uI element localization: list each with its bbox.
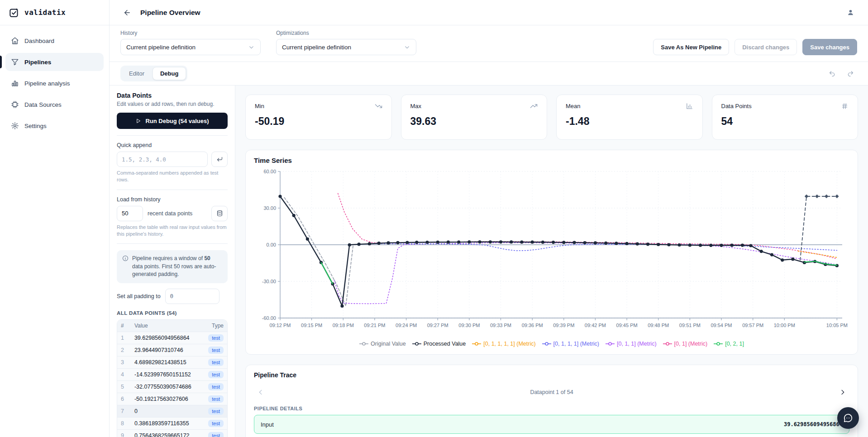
undo-button[interactable] — [825, 67, 839, 81]
stat-card-mean: Mean -1.48 — [556, 95, 703, 140]
database-icon — [216, 210, 223, 217]
history-select[interactable]: Current pipeline definition — [120, 39, 261, 55]
svg-text:10:05 PM: 10:05 PM — [826, 323, 848, 328]
svg-text:09:51 PM: 09:51 PM — [679, 323, 701, 328]
table-row: 3 4.689829821438515 test — [117, 356, 227, 368]
stat-value: 39.63 — [410, 115, 538, 128]
previous-datapoint-button[interactable] — [254, 385, 267, 399]
row-index: 8 — [117, 417, 131, 429]
col-index: # — [117, 320, 131, 332]
save-changes-button[interactable]: Save changes — [802, 39, 857, 55]
row-value[interactable]: 4.689829821438515 — [131, 356, 205, 368]
sidebar-item-label: Data Sources — [24, 101, 62, 108]
home-icon — [11, 37, 19, 45]
row-value[interactable]: 0.3861893597116355 — [131, 417, 205, 429]
run-debug-button[interactable]: Run Debug (54 values) — [117, 113, 228, 129]
legend-marker-icon — [472, 342, 481, 346]
sidebar-item-pipeline-analysis[interactable]: Pipeline analysis — [5, 74, 104, 92]
optimizations-select[interactable]: Current pipeline definition — [276, 39, 416, 55]
panel-title: Data Points — [117, 92, 228, 99]
load-history-hint: Replaces the table with real raw input v… — [117, 224, 228, 238]
legend-marker-icon — [412, 342, 421, 346]
append-values-button[interactable] — [211, 152, 228, 167]
trace-step-input[interactable]: Input 39.629856094956864 — [254, 415, 849, 434]
load-history-label: Load from history — [117, 196, 228, 203]
history-select-value: Current pipeline definition — [126, 44, 196, 51]
col-type: Type — [205, 320, 227, 332]
legend-label: [0, 1, 1, 1] (Metric) — [553, 341, 599, 347]
stat-card-max: Max 39.63 — [401, 95, 548, 140]
chart-title: Time Series — [254, 157, 849, 164]
chevron-down-icon — [248, 44, 255, 51]
logo: validatix — [0, 0, 109, 25]
set-padding-label: Set all padding to — [117, 293, 161, 299]
redo-icon — [847, 70, 854, 77]
app-name: validatix — [24, 8, 66, 17]
row-index: 9 — [117, 429, 131, 437]
stat-value: -1.48 — [566, 115, 693, 128]
row-index: 7 — [117, 405, 131, 417]
svg-text:09:15 PM: 09:15 PM — [301, 323, 322, 328]
chat-fab-button[interactable] — [837, 407, 859, 429]
svg-text:10:00 PM: 10:00 PM — [774, 323, 795, 328]
tab-editor[interactable]: Editor — [122, 67, 152, 80]
svg-text:09:54 PM: 09:54 PM — [711, 323, 732, 328]
arrow-left-icon — [123, 9, 131, 17]
user-menu-button[interactable] — [844, 6, 857, 19]
row-value[interactable]: 0.7564368259665172 — [131, 429, 205, 437]
view-tab-group: Editor Debug — [120, 66, 187, 81]
history-count-input[interactable] — [117, 206, 143, 221]
legend-item: [0, 1, 1] (Metric) — [606, 341, 657, 347]
quick-append-input[interactable] — [117, 152, 208, 167]
svg-text:09:39 PM: 09:39 PM — [553, 323, 574, 328]
tab-debug[interactable]: Debug — [153, 67, 186, 80]
back-button[interactable] — [120, 6, 134, 19]
type-badge: test — [208, 420, 224, 427]
sidebar-item-dashboard[interactable]: Dashboard — [5, 32, 104, 50]
chat-bubble-icon — [843, 413, 853, 423]
svg-text:09:12 PM: 09:12 PM — [269, 323, 291, 328]
stat-card-data-points: Data Points 54 — [712, 95, 858, 140]
table-row: 6 -50.19217563027606 test — [117, 393, 227, 405]
sidebar-item-settings[interactable]: Settings — [5, 117, 104, 135]
load-history-button[interactable] — [211, 206, 228, 221]
discard-changes-button[interactable]: Discard changes — [734, 39, 797, 55]
trace-step-value: 39.629856094956864 — [784, 421, 843, 428]
info-icon — [122, 255, 129, 261]
sidebar-item-pipelines[interactable]: Pipelines — [5, 53, 104, 71]
pipeline-controls: History Current pipeline definition Opti… — [110, 25, 868, 62]
divider — [117, 243, 228, 244]
sidebar-nav: DashboardPipelinesPipeline analysisData … — [0, 25, 109, 141]
svg-text:09:42 PM: 09:42 PM — [585, 323, 606, 328]
next-datapoint-button[interactable] — [836, 385, 849, 399]
trace-title: Pipeline Trace — [254, 371, 849, 379]
divider — [117, 135, 228, 136]
row-value[interactable]: -14.523997650151152 — [131, 368, 205, 380]
save-as-new-pipeline-button[interactable]: Save As New Pipeline — [653, 39, 729, 55]
stat-label: Data Points — [721, 103, 752, 109]
stat-label: Min — [255, 103, 264, 109]
svg-text:09:24 PM: 09:24 PM — [396, 323, 417, 328]
play-icon — [135, 118, 141, 124]
legend-item: [0, 1, 1, 1] (Metric) — [542, 341, 599, 347]
row-value[interactable]: 0 — [131, 405, 205, 417]
type-badge: test — [208, 408, 224, 415]
type-badge: test — [208, 334, 224, 342]
row-value[interactable]: -32.077550390574686 — [131, 380, 205, 393]
row-value[interactable]: -50.19217563027606 — [131, 393, 205, 405]
optimizations-select-value: Current pipeline definition — [282, 44, 351, 51]
chevron-right-icon — [839, 389, 846, 396]
legend-label: Processed Value — [424, 341, 466, 347]
row-value[interactable]: 23.9644907310746 — [131, 344, 205, 356]
svg-text:09:57 PM: 09:57 PM — [742, 323, 763, 328]
set-padding-input[interactable] — [165, 289, 219, 304]
panel-subtitle: Edit values or add rows, then run debug. — [117, 101, 228, 107]
sidebar-item-data-sources[interactable]: Data Sources — [5, 95, 104, 114]
redo-button[interactable] — [844, 67, 857, 81]
row-value[interactable]: 39.629856094956864 — [131, 332, 205, 344]
legend-marker-icon — [542, 342, 551, 346]
window-info-note: Pipeline requires a window of 50 data po… — [117, 250, 228, 283]
chart-legend: Original Value Processed Value [0, 1, 1,… — [254, 340, 849, 350]
stat-value: -50.19 — [255, 115, 382, 128]
type-badge: test — [208, 432, 224, 437]
